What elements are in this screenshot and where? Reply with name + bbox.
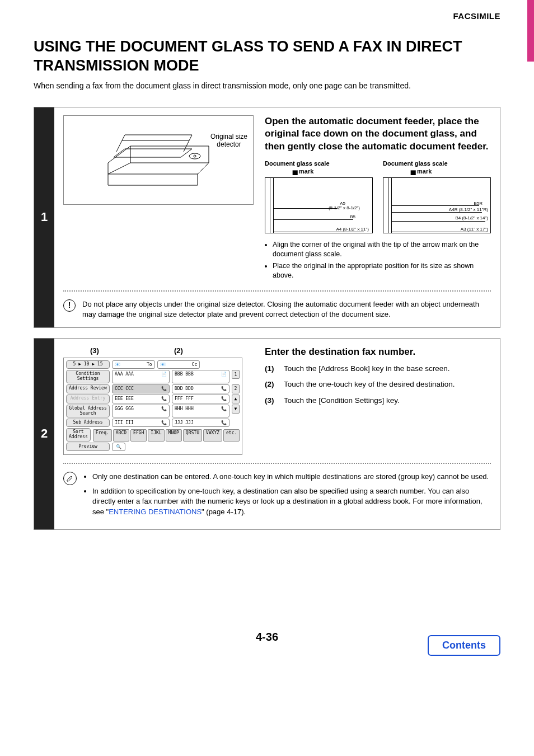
scroll-up-button[interactable]: ▲ [232,395,240,403]
caution-icon: ! [63,299,76,312]
onetouch-key[interactable]: GGG GGG📞 [112,405,170,418]
scale-diagram-right: B5R A4R (8-1/2" x 11"R) B4 (8-1/2" x 14"… [383,177,491,233]
svg-point-0 [189,153,200,159]
cc-button[interactable]: 📧 Cc [157,360,200,369]
callout-2: (2) [174,346,183,355]
address-book-panel: 5 ▶ 10 ▶ 15 📧 To 📧 Cc Condition Settings… [63,358,242,455]
tab-ijkl[interactable]: IJKL [148,429,164,442]
page-indicator: 2 [232,384,240,393]
note-icon [63,472,77,485]
contents-button[interactable]: Contents [428,635,500,656]
onetouch-key[interactable]: FFF FFF📞 [172,395,229,403]
sub-text: Touch the one-touch key of the desired d… [284,379,455,390]
scale-head-left: Document glass scale [265,160,373,167]
caution-text: Do not place any objects under the origi… [82,299,491,320]
preview-button[interactable]: Preview [66,443,110,451]
condition-settings-button[interactable]: Condition Settings [66,370,110,383]
sub-address-button[interactable]: Sub Address [66,419,110,427]
onetouch-key[interactable]: HHH HHH📞 [172,405,229,418]
onetouch-key[interactable]: CCC CCC📞 [112,384,170,393]
section-header: FACSIMILE [34,11,500,21]
step-number: 1 [34,107,54,328]
printer-illustration: Original size detector [63,115,254,205]
sub-num: (1) [265,363,279,374]
step2-title: Enter the destination fax number. [265,346,455,358]
tab-abcd[interactable]: ABCD [113,429,129,442]
printer-svg [97,124,220,196]
to-button[interactable]: 📧 To [112,360,155,369]
svg-point-1 [194,155,196,157]
address-entry-button: Address Entry [66,395,110,403]
sub-num: (3) [265,395,279,406]
step1-title: Open the automatic document feeder, plac… [265,115,491,154]
sort-address-button[interactable]: Sort Address [66,428,91,442]
tab-qrstu[interactable]: QRSTU [183,429,202,442]
sub-text: Touch the [Condition Settings] key. [284,395,400,406]
range-indicator: 5 ▶ 10 ▶ 15 [66,360,110,369]
address-review-button[interactable]: Address Review [66,384,110,393]
mark-label-r: mark [417,168,432,175]
step-2: 2 (3) (2) 5 ▶ 10 ▶ 15 📧 To 📧 Cc [34,338,500,530]
tab-mnop[interactable]: MNOP [166,429,182,442]
page-indicator: 1 [232,370,240,379]
separator [63,463,491,464]
entering-destinations-link[interactable]: ENTERING DESTINATIONS [109,508,202,516]
note-bullet: In addition to specification by one-touc… [92,486,491,517]
sub-num: (2) [265,379,279,390]
callout-3: (3) [90,346,99,355]
preview-icon-button[interactable]: 🔍 [112,443,125,451]
separator [63,290,491,292]
mark-label-l: mark [299,168,313,175]
global-search-button[interactable]: Global Address Search [66,405,110,418]
scroll-down-button[interactable]: ▼ [232,405,240,414]
step-1: 1 Original size detector [34,107,500,328]
sub-text: Touch the [Address Book] key in the base… [284,363,449,374]
onetouch-key[interactable]: III III📞 [112,419,170,427]
tab-vwxyz[interactable]: VWXYZ [203,429,222,442]
step1-bullet: Align the corner of the original with th… [273,240,491,259]
onetouch-key[interactable]: EEE EEE📞 [112,395,170,403]
onetouch-key[interactable]: BBB BBB📄 [172,370,229,383]
step1-bullet: Place the original in the appropriate po… [273,261,491,280]
step-number: 2 [34,339,54,529]
illus-label-1: Original size [210,133,247,140]
note-bullet: Only one destination can be entered. A o… [92,472,491,482]
tab-efgh[interactable]: EFGH [130,429,147,442]
page-title: USING THE DOCUMENT GLASS TO SEND A FAX I… [34,37,500,76]
tab-freq[interactable]: Freq. [93,429,112,442]
illus-label-2: detector [217,140,241,148]
intro-text: When sending a fax from the document gla… [34,81,500,90]
scale-diagram-left: A5 (5-1/2" x 8-1/2") B5 A4 (8-1/2" x 11"… [265,177,373,233]
onetouch-key[interactable]: AAA AAA📄 [112,370,170,383]
scale-head-right: Document glass scale [383,160,491,167]
tab-etc[interactable]: etc. [223,429,240,442]
onetouch-key[interactable]: JJJ JJJ📞 [172,419,229,427]
onetouch-key[interactable]: DDD DDD📞 [172,384,229,393]
